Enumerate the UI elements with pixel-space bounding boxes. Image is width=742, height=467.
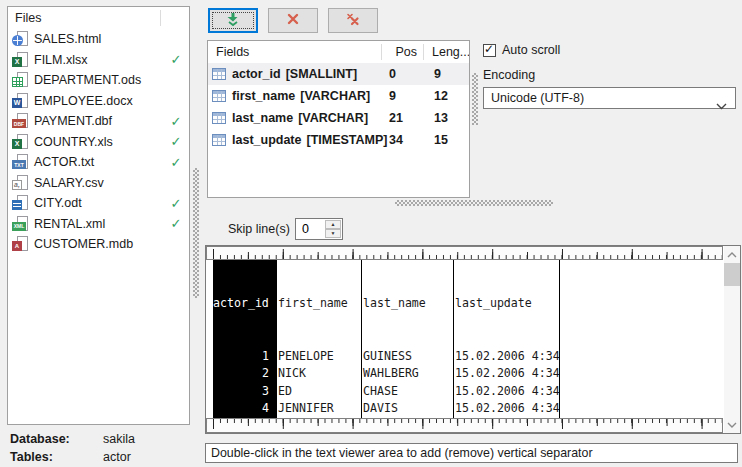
scrollbar-thumb[interactable] — [724, 263, 740, 286]
file-list-item[interactable]: W EMPLOYEE.docx ✓ — [8, 91, 189, 112]
text-viewer-content[interactable]: actor_id 12345678 first_name PENELOPENIC… — [206, 260, 724, 418]
file-list-item[interactable]: XML RENTAL.xml ✓ — [8, 214, 189, 235]
field-pos-value: 9 — [389, 89, 396, 103]
file-type-icon: DBF — [12, 113, 29, 129]
text-viewer[interactable]: actor_id 12345678 first_name PENELOPENIC… — [205, 245, 741, 434]
viewer-cell: 15.02.2006 4:34 — [455, 400, 559, 418]
down-arrow-icon: ▼ — [331, 230, 336, 236]
field-row[interactable]: last_update [TIMESTAMP] 34 15 — [208, 129, 469, 151]
file-name: CUSTOMER.mdb — [34, 237, 133, 251]
database-value: sakila — [103, 432, 135, 446]
viewer-cell: 1 — [213, 348, 276, 366]
file-name: RENTAL.xml — [34, 217, 105, 231]
tables-label: Tables: — [10, 450, 53, 464]
file-type-icon — [12, 195, 29, 211]
fields-header-label: Fields — [208, 45, 249, 59]
green-down-arrow-icon — [225, 11, 241, 30]
file-list-item[interactable]: a, SALARY.csv ✓ — [8, 173, 189, 194]
file-name: SALARY.csv — [34, 176, 104, 190]
viewer-column-first-name[interactable]: first_name PENELOPENICKEDJENNIFERJOHNNYB… — [277, 260, 362, 418]
bottom-ruler[interactable] — [206, 418, 723, 433]
status-hint-bar: Double-click in the text viewer area to … — [205, 443, 738, 463]
field-row[interactable]: last_name [VARCHAR] 21 13 — [208, 107, 469, 129]
length-header-label: Leng... — [424, 41, 470, 63]
horizontal-splitter-grip[interactable] — [395, 200, 553, 206]
file-imported-check-icon: ✓ — [163, 114, 189, 129]
file-type-icon: A — [12, 236, 29, 252]
viewer-cell: 15.02.2006 4:34 — [455, 383, 559, 401]
top-ruler[interactable] — [206, 246, 723, 260]
fields-header-divider — [381, 44, 382, 60]
fields-list: actor_id [SMALLINT] 0 9 first_name [VARC… — [208, 63, 469, 151]
up-arrow-icon: ▲ — [331, 221, 336, 227]
vertical-scrollbar[interactable] — [724, 246, 740, 433]
field-pos-value: 0 — [389, 67, 396, 81]
file-type-icon: X — [12, 52, 29, 68]
viewer-column-header: last_update — [455, 295, 559, 313]
field-length-value: 13 — [434, 111, 448, 125]
file-imported-check-icon: ✓ — [163, 134, 189, 149]
scroll-up-button[interactable] — [724, 247, 740, 262]
encoding-label: Encoding — [483, 68, 535, 82]
fields-list-header[interactable]: Fields Pos Leng... — [208, 41, 469, 63]
auto-scroll-checkbox[interactable]: ✓ — [483, 44, 496, 57]
viewer-column-last-name[interactable]: last_name GUINESSWAHLBERGCHASEDAVISLOLLO… — [362, 260, 454, 418]
file-list-item[interactable]: CITY.odt ✓ — [8, 193, 189, 214]
delete-field-button[interactable] — [268, 8, 318, 33]
file-list-item[interactable]: SALES.html ✓ — [8, 29, 189, 50]
pos-header-label: Pos — [381, 41, 417, 63]
files-panel: Files SALES.html ✓ X FILM.xlsx ✓ DEPARTM… — [7, 6, 190, 425]
file-type-icon: X — [12, 134, 29, 150]
spin-up-button[interactable]: ▲ — [325, 220, 341, 229]
field-row[interactable]: first_name [VARCHAR] 9 12 — [208, 85, 469, 107]
viewer-cell: 4 — [213, 400, 276, 418]
files-splitter-grip[interactable] — [193, 168, 199, 298]
field-name: actor_id — [232, 67, 281, 81]
file-imported-check-icon: ✓ — [163, 155, 189, 170]
file-list-item[interactable]: DBF PAYMENT.dbf ✓ — [8, 111, 189, 132]
files-list-header[interactable]: Files — [8, 7, 189, 29]
file-type-icon: XML — [12, 216, 29, 232]
fields-splitter-grip[interactable] — [472, 73, 478, 125]
file-name: CITY.odt — [34, 196, 82, 210]
field-name: last_update — [232, 133, 301, 147]
table-field-icon — [212, 68, 226, 80]
file-imported-check-icon: ✓ — [163, 216, 189, 231]
viewer-cell: JENNIFER — [278, 400, 361, 418]
file-imported-check-icon: ✓ — [163, 196, 189, 211]
clear-all-fields-button[interactable] — [328, 8, 378, 33]
fields-panel: Fields Pos Leng... actor_id [SMALLINT] 0… — [207, 40, 470, 198]
field-type: [TIMESTAMP] — [306, 133, 387, 147]
file-list-item[interactable]: DEPARTMENT.ods ✓ — [8, 70, 189, 91]
file-type-icon: a, — [12, 175, 29, 191]
scroll-down-button[interactable] — [724, 417, 740, 432]
viewer-cell: 15.02.2006 4:34 — [455, 365, 559, 383]
encoding-dropdown[interactable]: Unicode (UTF-8) — [483, 87, 736, 109]
chevron-up-icon — [727, 252, 737, 258]
viewer-cell: NICK — [278, 365, 361, 383]
viewer-column-last-update[interactable]: last_update 15.02.2006 4:3415.02.2006 4:… — [454, 260, 560, 418]
file-name: EMPLOYEE.docx — [34, 94, 133, 108]
viewer-column-actor-id[interactable]: actor_id 12345678 — [213, 260, 277, 418]
file-list-item[interactable]: A CUSTOMER.mdb ✓ — [8, 234, 189, 255]
chevron-down-icon — [727, 422, 737, 428]
field-length-value: 12 — [434, 89, 448, 103]
files-header-label: Files — [15, 11, 41, 25]
fill-fields-button[interactable] — [208, 8, 258, 33]
file-list-item[interactable]: X COUNTRY.xls ✓ — [8, 132, 189, 153]
file-imported-check-icon: ✓ — [163, 52, 189, 67]
spin-down-button[interactable]: ▼ — [325, 229, 341, 238]
skip-lines-input[interactable] — [296, 219, 328, 239]
red-x-all-icon — [345, 11, 361, 30]
file-list-item[interactable]: TXT ACTOR.txt ✓ — [8, 152, 189, 173]
viewer-cell: 2 — [213, 365, 276, 383]
file-name: FILM.xlsx — [34, 53, 87, 67]
viewer-column-header: actor_id — [213, 295, 276, 313]
file-name: SALES.html — [34, 32, 101, 46]
field-pos-value: 34 — [389, 133, 403, 147]
field-row[interactable]: actor_id [SMALLINT] 0 9 — [208, 63, 469, 85]
skip-lines-stepper[interactable]: ▲ ▼ — [295, 218, 343, 240]
field-type: [VARCHAR] — [298, 111, 368, 125]
file-list-item[interactable]: X FILM.xlsx ✓ — [8, 50, 189, 71]
file-name: PAYMENT.dbf — [34, 114, 112, 128]
